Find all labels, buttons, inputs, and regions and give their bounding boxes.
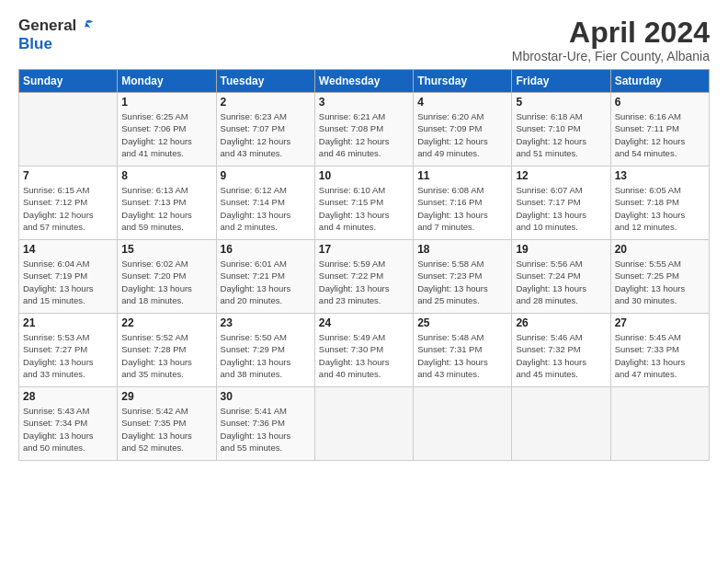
day-cell: 8Sunrise: 6:13 AM Sunset: 7:13 PM Daylig… <box>118 167 216 240</box>
day-cell: 5Sunrise: 6:18 AM Sunset: 7:10 PM Daylig… <box>512 93 610 167</box>
day-cell: 26Sunrise: 5:46 AM Sunset: 7:32 PM Dayli… <box>512 314 610 387</box>
day-cell: 4Sunrise: 6:20 AM Sunset: 7:09 PM Daylig… <box>414 93 512 167</box>
day-number: 20 <box>615 243 705 256</box>
day-number: 5 <box>516 96 606 109</box>
day-cell: 12Sunrise: 6:07 AM Sunset: 7:17 PM Dayli… <box>512 167 610 240</box>
day-info: Sunrise: 6:12 AM Sunset: 7:14 PM Dayligh… <box>221 185 291 232</box>
weekday-header-tuesday: Tuesday <box>216 70 314 93</box>
week-row-3: 14Sunrise: 6:04 AM Sunset: 7:19 PM Dayli… <box>19 240 710 314</box>
day-info: Sunrise: 5:55 AM Sunset: 7:25 PM Dayligh… <box>615 259 686 305</box>
day-number: 26 <box>516 316 606 329</box>
day-info: Sunrise: 5:59 AM Sunset: 7:22 PM Dayligh… <box>319 259 390 305</box>
day-number: 25 <box>417 316 507 329</box>
day-cell <box>314 387 413 461</box>
day-info: Sunrise: 6:25 AM Sunset: 7:06 PM Dayligh… <box>121 111 192 158</box>
day-info: Sunrise: 6:08 AM Sunset: 7:16 PM Dayligh… <box>417 185 488 232</box>
day-info: Sunrise: 6:18 AM Sunset: 7:10 PM Dayligh… <box>516 111 586 158</box>
day-cell: 27Sunrise: 5:45 AM Sunset: 7:33 PM Dayli… <box>610 314 709 387</box>
day-cell: 10Sunrise: 6:10 AM Sunset: 7:15 PM Dayli… <box>314 167 413 240</box>
day-info: Sunrise: 6:07 AM Sunset: 7:17 PM Dayligh… <box>516 185 586 232</box>
week-row-2: 7Sunrise: 6:15 AM Sunset: 7:12 PM Daylig… <box>19 167 710 240</box>
day-cell: 9Sunrise: 6:12 AM Sunset: 7:14 PM Daylig… <box>216 167 314 240</box>
weekday-header-friday: Friday <box>512 70 610 93</box>
day-info: Sunrise: 5:56 AM Sunset: 7:24 PM Dayligh… <box>516 259 586 305</box>
day-cell <box>512 387 610 461</box>
day-cell <box>610 387 709 461</box>
weekday-header-monday: Monday <box>118 70 216 93</box>
day-info: Sunrise: 6:10 AM Sunset: 7:15 PM Dayligh… <box>319 185 390 232</box>
day-cell: 17Sunrise: 5:59 AM Sunset: 7:22 PM Dayli… <box>314 240 413 314</box>
day-number: 6 <box>615 96 705 109</box>
day-number: 1 <box>121 96 211 109</box>
day-info: Sunrise: 6:20 AM Sunset: 7:09 PM Dayligh… <box>417 111 488 158</box>
day-info: Sunrise: 6:16 AM Sunset: 7:11 PM Dayligh… <box>615 111 686 158</box>
calendar-body: 1Sunrise: 6:25 AM Sunset: 7:06 PM Daylig… <box>19 93 710 461</box>
day-info: Sunrise: 5:45 AM Sunset: 7:33 PM Dayligh… <box>615 332 686 379</box>
day-cell: 29Sunrise: 5:42 AM Sunset: 7:35 PM Dayli… <box>118 387 216 461</box>
day-cell: 18Sunrise: 5:58 AM Sunset: 7:23 PM Dayli… <box>414 240 512 314</box>
day-number: 14 <box>23 243 113 256</box>
week-row-5: 28Sunrise: 5:43 AM Sunset: 7:34 PM Dayli… <box>19 387 710 461</box>
day-info: Sunrise: 6:15 AM Sunset: 7:12 PM Dayligh… <box>23 185 94 232</box>
day-number: 10 <box>319 169 409 182</box>
day-cell: 7Sunrise: 6:15 AM Sunset: 7:12 PM Daylig… <box>19 167 118 240</box>
day-number: 11 <box>417 169 507 182</box>
day-info: Sunrise: 5:50 AM Sunset: 7:29 PM Dayligh… <box>221 332 291 379</box>
day-number: 15 <box>121 243 211 256</box>
day-number: 4 <box>417 96 507 109</box>
day-number: 2 <box>221 96 311 109</box>
day-cell: 21Sunrise: 5:53 AM Sunset: 7:27 PM Dayli… <box>19 314 118 387</box>
weekday-header-saturday: Saturday <box>610 70 709 93</box>
day-number: 7 <box>23 169 113 182</box>
page: General Blue April 2024 Mbrostar-Ure, Fi… <box>0 0 728 563</box>
day-info: Sunrise: 5:58 AM Sunset: 7:23 PM Dayligh… <box>417 259 488 305</box>
day-cell <box>414 387 512 461</box>
day-cell: 11Sunrise: 6:08 AM Sunset: 7:16 PM Dayli… <box>414 167 512 240</box>
day-cell: 16Sunrise: 6:01 AM Sunset: 7:21 PM Dayli… <box>216 240 314 314</box>
day-info: Sunrise: 5:41 AM Sunset: 7:36 PM Dayligh… <box>221 406 291 453</box>
title-block: April 2024 Mbrostar-Ure, Fier County, Al… <box>512 17 710 63</box>
day-info: Sunrise: 6:04 AM Sunset: 7:19 PM Dayligh… <box>23 259 94 305</box>
day-number: 22 <box>121 316 211 329</box>
day-info: Sunrise: 5:52 AM Sunset: 7:28 PM Dayligh… <box>121 332 192 379</box>
weekday-header-sunday: Sunday <box>19 70 118 93</box>
day-number: 16 <box>221 243 311 256</box>
day-info: Sunrise: 5:43 AM Sunset: 7:34 PM Dayligh… <box>23 406 94 453</box>
day-cell: 20Sunrise: 5:55 AM Sunset: 7:25 PM Dayli… <box>610 240 709 314</box>
day-cell: 25Sunrise: 5:48 AM Sunset: 7:31 PM Dayli… <box>414 314 512 387</box>
header: General Blue April 2024 Mbrostar-Ure, Fi… <box>18 17 710 63</box>
day-info: Sunrise: 6:21 AM Sunset: 7:08 PM Dayligh… <box>319 111 390 158</box>
day-info: Sunrise: 6:02 AM Sunset: 7:20 PM Dayligh… <box>121 259 192 305</box>
day-number: 23 <box>221 316 311 329</box>
day-number: 19 <box>516 243 606 256</box>
day-cell: 2Sunrise: 6:23 AM Sunset: 7:07 PM Daylig… <box>216 93 314 167</box>
day-number: 8 <box>121 169 211 182</box>
day-info: Sunrise: 5:42 AM Sunset: 7:35 PM Dayligh… <box>121 406 192 453</box>
day-info: Sunrise: 5:49 AM Sunset: 7:30 PM Dayligh… <box>319 332 390 379</box>
day-info: Sunrise: 6:05 AM Sunset: 7:18 PM Dayligh… <box>615 185 686 232</box>
day-number: 27 <box>615 316 705 329</box>
day-number: 21 <box>23 316 113 329</box>
logo-bird-icon <box>78 17 95 34</box>
week-row-1: 1Sunrise: 6:25 AM Sunset: 7:06 PM Daylig… <box>19 93 710 167</box>
day-cell: 22Sunrise: 5:52 AM Sunset: 7:28 PM Dayli… <box>118 314 216 387</box>
day-cell: 3Sunrise: 6:21 AM Sunset: 7:08 PM Daylig… <box>314 93 413 167</box>
weekday-header-wednesday: Wednesday <box>314 70 413 93</box>
day-cell: 6Sunrise: 6:16 AM Sunset: 7:11 PM Daylig… <box>610 93 709 167</box>
day-info: Sunrise: 5:46 AM Sunset: 7:32 PM Dayligh… <box>516 332 586 379</box>
day-cell: 19Sunrise: 5:56 AM Sunset: 7:24 PM Dayli… <box>512 240 610 314</box>
weekday-row: SundayMondayTuesdayWednesdayThursdayFrid… <box>19 70 710 93</box>
day-number: 30 <box>221 390 311 403</box>
day-cell: 24Sunrise: 5:49 AM Sunset: 7:30 PM Dayli… <box>314 314 413 387</box>
calendar-header: SundayMondayTuesdayWednesdayThursdayFrid… <box>19 70 710 93</box>
day-number: 12 <box>516 169 606 182</box>
month-title: April 2024 <box>512 17 710 49</box>
day-number: 9 <box>221 169 311 182</box>
day-number: 3 <box>319 96 409 109</box>
logo-general-text: General <box>18 17 76 35</box>
day-cell: 13Sunrise: 6:05 AM Sunset: 7:18 PM Dayli… <box>610 167 709 240</box>
calendar-table: SundayMondayTuesdayWednesdayThursdayFrid… <box>18 69 710 461</box>
weekday-header-thursday: Thursday <box>414 70 512 93</box>
day-number: 28 <box>23 390 113 403</box>
day-info: Sunrise: 5:48 AM Sunset: 7:31 PM Dayligh… <box>417 332 488 379</box>
